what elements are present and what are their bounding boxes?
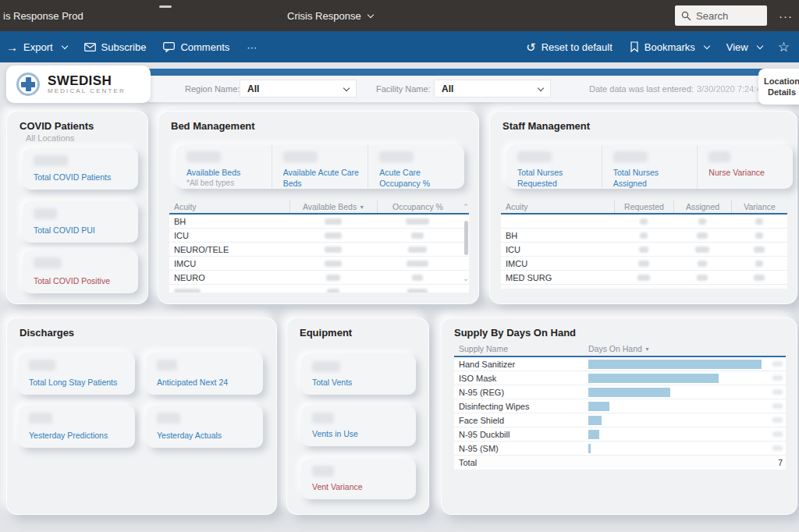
app-title-bar: is Response Prod Crisis Response ··· [0,0,799,31]
scroll-down-icon[interactable]: ⌄ [463,275,469,282]
header-blue-strip [148,69,799,76]
bookmarks-button[interactable]: Bookmarks [630,41,709,53]
date-label: Date data was last entered: [589,84,694,94]
column-header-requested[interactable]: Requested [614,200,673,213]
bar-value-redacted [767,431,786,437]
kpi-label: Nurse Variance [708,168,785,179]
kpi-value-redacted [34,155,68,166]
cell-requested [614,218,673,225]
bar-track [588,402,767,411]
column-header-assigned[interactable]: Assigned [673,200,731,213]
bed-management-card: Bed Management Available Beds *All bed t… [158,111,479,304]
kpi-label: Available Beds [186,168,264,179]
cell-requested [614,246,673,253]
report-title-dropdown[interactable]: Crisis Response [287,0,373,31]
bar-value-redacted [767,445,786,451]
column-header-days-on-hand[interactable]: Days On Hand▼ [588,342,786,356]
supply-name: Face Shield [454,416,588,425]
supply-name: N-95 (SM) [454,444,588,453]
cell-available-beds [289,246,377,253]
chevron-down-icon [61,43,67,49]
kpi-yesterday-actuals: Yesterday Actuals [146,406,263,448]
region-filter-dropdown[interactable]: All [240,80,357,98]
kpi-label: Total Nurses Requested [517,168,594,189]
bed-table-scrollbar[interactable]: ⌃ ⌄ [461,200,471,293]
column-header-available-beds[interactable]: Available Beds▼ [289,200,377,213]
cell-available-beds [289,289,377,293]
kpi-label: Total COVID Patients [34,172,132,183]
facility-filter-dropdown[interactable]: All [434,80,551,98]
cell-assigned [673,232,731,239]
cell-occupancy [377,275,458,281]
supply-name: ISO Mask [454,374,588,383]
column-header-supply-name[interactable]: Supply Name [454,342,588,356]
supply-name: N-95 (REG) [454,388,588,397]
discharges-card: Discharges Total Long Stay Patients Anti… [6,317,277,515]
staff-table-body: BH ICU IMCU MED SURG [501,215,787,289]
staff-table: Acuity Requested Assigned Variance BH IC… [501,200,787,289]
supply-row: Face Shield [454,413,786,427]
view-button[interactable]: View [726,41,762,53]
cell-occupancy [377,232,458,239]
kpi-value-redacted [29,360,55,371]
comments-button[interactable]: Comments [163,41,229,53]
column-header-acuity[interactable]: Acuity [169,200,289,213]
kpi-value-redacted [312,413,334,424]
titlebar-more-button[interactable]: ··· [779,0,793,31]
search-box[interactable] [675,5,767,26]
table-row: NEURO [169,271,469,285]
days-on-hand-bar [588,430,599,439]
reset-to-default-button[interactable]: ↺ Reset to default [526,41,613,53]
bed-kpi-group: Available Beds *All bed types Available … [176,145,464,189]
staff-management-card: Staff Management Total Nurses Requested … [489,111,797,304]
cell-available-beds [289,218,377,225]
facility-filter-value: All [442,83,453,94]
scroll-up-icon[interactable]: ⌃ [463,204,469,210]
facility-filter-label: Facility Name: [376,84,431,94]
cell-acuity: MED SURG [501,273,614,282]
medical-cross-icon [16,73,40,96]
bookmarks-label: Bookmarks [645,41,695,53]
column-header-variance[interactable]: Variance [731,200,787,213]
kpi-value-redacted [157,413,180,424]
supply-name: Hand Sanitizer [454,360,588,369]
drag-handle [159,5,172,8]
supply-name: N-95 Duckbill [454,430,588,439]
covid-card-title: COVID Patients [20,120,94,132]
bar-track [588,360,767,369]
search-icon [681,11,691,21]
supply-card-title: Supply By Days On Hand [454,327,576,339]
scrollbar-thumb[interactable] [464,221,468,255]
bed-table-body: BH ICU NEURO/TELE IMCU [169,215,469,293]
column-header-occupancy[interactable]: Occupancy % [377,200,458,213]
search-input[interactable] [696,10,752,22]
kpi-total-long-stay-patients: Total Long Stay Patients [18,353,135,395]
supply-table: Supply Name Days On Hand▼ Hand Sanitizer… [454,342,786,470]
staff-table-header: Acuity Requested Assigned Variance [501,200,787,215]
favorite-star-icon[interactable]: ☆ [778,39,790,55]
days-on-hand-bar [588,444,591,453]
kpi-value-redacted [157,360,177,371]
bar-track [588,374,767,383]
location-details-button[interactable]: Location Details [758,69,799,105]
kpi-value-redacted [379,151,414,162]
bar-value-redacted [767,375,786,381]
column-header-acuity[interactable]: Acuity [501,200,614,213]
cell-occupancy [377,218,458,225]
kpi-vent-variance: Vent Variance [301,459,416,499]
kpi-label: Yesterday Predictions [29,431,129,441]
kpi-value-redacted [613,151,648,162]
supply-name: Disinfecting Wipes [454,402,588,411]
bar-value-redacted [767,361,786,367]
bookmark-icon [630,41,639,52]
cell-occupancy [377,246,458,253]
subscribe-button[interactable]: Subscribe [84,41,147,53]
commandbar-more-button[interactable]: ··· [247,41,257,53]
reset-icon: ↺ [526,41,536,53]
kpi-value-redacted [517,151,552,162]
bar-track [588,388,767,397]
cell-assigned [673,275,731,281]
export-button[interactable]: → Export [6,41,67,53]
kpi-sublabel: *All bed types [186,179,264,187]
bed-table: Acuity Available Beds▼ Occupancy % BH IC… [169,200,469,293]
